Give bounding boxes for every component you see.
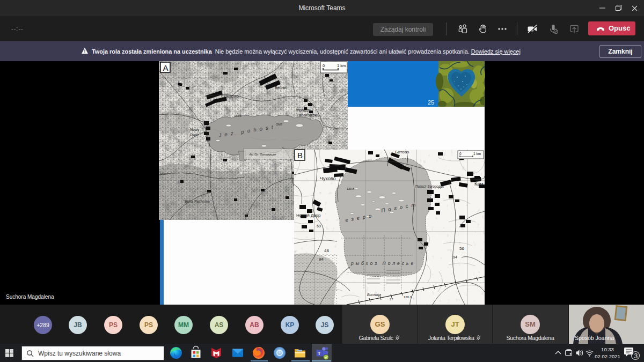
svg-text:Betowo: Betowo — [275, 86, 287, 90]
svg-text:OM7: OM7 — [276, 123, 282, 126]
svg-text:T: T — [318, 350, 321, 356]
svg-text:Czachowo: Czachowo — [221, 94, 239, 98]
svg-text:94: 94 — [453, 255, 457, 259]
svg-text:56: 56 — [459, 246, 464, 251]
svg-text:27: 27 — [390, 298, 393, 301]
svg-text:1 km: 1 km — [337, 63, 346, 68]
svg-text:Ak. Gr. Tomaszcze: Ak. Gr. Tomaszcze — [248, 153, 276, 156]
svg-text:Новый Двор: Новый Двор — [296, 213, 321, 218]
svg-text:Zahorodzki: Zahorodzki — [296, 113, 318, 117]
svg-text:126.3: 126.3 — [404, 295, 412, 299]
svg-text:48: 48 — [324, 248, 329, 253]
svg-text:Кам: Кам — [474, 181, 483, 187]
svg-text:Pohost-: Pohost- — [296, 108, 311, 113]
svg-text:Погост-Загородск: Погост-Загородск — [415, 184, 444, 189]
svg-text:0: 0 — [323, 63, 325, 68]
svg-text:Sposób Joanna: Sposób Joanna — [575, 335, 614, 341]
svg-text:Nowy: Nowy — [190, 128, 200, 132]
svg-text:Вислица: Вислица — [367, 293, 381, 297]
svg-text:1 km: 1 km — [473, 152, 481, 156]
svg-text:69: 69 — [317, 224, 321, 228]
svg-text:3: 3 — [634, 352, 638, 360]
svg-text:25: 25 — [428, 99, 434, 106]
svg-text:Ботово: Ботово — [395, 150, 409, 154]
svg-text:141.1: 141.1 — [234, 114, 241, 117]
svg-text:139.8: 139.8 — [347, 187, 354, 190]
svg-text:рыбхоз Полесье: рыбхоз Полесье — [350, 261, 415, 266]
svg-text:A: A — [163, 63, 169, 72]
svg-text:0: 0 — [459, 152, 462, 156]
svg-text:Błota Puchowa: Błota Puchowa — [185, 200, 210, 203]
svg-text:Niwki: Niwki — [160, 172, 168, 175]
svg-text:B: B — [297, 151, 303, 160]
svg-text:Чухово: Чухово — [320, 176, 336, 181]
svg-text:Dwór: Dwór — [190, 133, 199, 137]
svg-text:94: 94 — [319, 257, 324, 262]
